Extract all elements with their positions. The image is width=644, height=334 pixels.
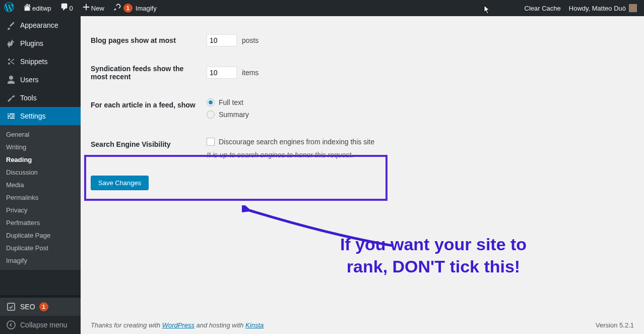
collapse-menu[interactable]: Collapse menu: [0, 316, 81, 334]
sidebar-item-settings[interactable]: Settings: [0, 107, 81, 125]
brush-icon: [6, 20, 16, 30]
wp-version: Version 5.2.1: [596, 321, 634, 329]
sev-checkbox-label: Discourage search engines from indexing …: [219, 138, 374, 146]
site-name: editwp: [32, 5, 51, 12]
menu-label: Snippets: [20, 58, 47, 66]
submenu-general[interactable]: General: [0, 128, 81, 141]
feed-items-unit: items: [242, 69, 259, 77]
annotation-text: If you want your site to rank, DON'T tic…: [312, 233, 554, 277]
feed-full-label: Full text: [219, 98, 243, 106]
submenu-privacy[interactable]: Privacy: [0, 204, 81, 216]
submenu-media[interactable]: Media: [0, 179, 81, 191]
menu-label: SEO: [20, 303, 35, 311]
blog-pages-unit: posts: [242, 36, 259, 44]
feed-items-label: Syndication feeds show the most recent: [91, 54, 202, 91]
collapse-icon: [6, 320, 16, 330]
imagify-link[interactable]: 1 Imagify: [108, 0, 161, 16]
sidebar-item-tools[interactable]: Tools: [0, 89, 81, 107]
settings-submenu: General Writing Reading Discussion Media…: [0, 125, 81, 270]
new-label: New: [91, 5, 104, 12]
user-icon: [6, 75, 16, 85]
comments-icon: [59, 3, 70, 14]
submenu-writing[interactable]: Writing: [0, 141, 81, 153]
menu-label: Tools: [20, 94, 37, 102]
feed-format-label: For each article in a feed, show: [91, 91, 202, 130]
feed-full-radio[interactable]: [207, 98, 215, 106]
sidebar-item-snippets[interactable]: Snippets: [0, 52, 81, 71]
admin-bar: editwp 0 New 1 Imagify Clear Cache Howdy…: [0, 0, 644, 16]
plus-icon: [81, 3, 91, 14]
footer-hosting: and hosting with: [195, 321, 245, 329]
blog-pages-input[interactable]: [207, 34, 237, 46]
seo-icon: [6, 302, 16, 312]
menu-label: Collapse menu: [20, 321, 67, 329]
svg-rect-0: [8, 303, 15, 310]
submenu-duplicate-post[interactable]: Duplicate Post: [0, 242, 81, 254]
comments-count: 0: [70, 5, 73, 12]
new-content-link[interactable]: New: [77, 0, 108, 16]
sliders-icon: [6, 111, 16, 121]
sidebar-item-plugins[interactable]: Plugins: [0, 34, 81, 52]
main-content: Blog pages show at most posts Syndicatio…: [81, 16, 644, 334]
submenu-imagify[interactable]: Imagify: [0, 254, 81, 267]
feed-items-input[interactable]: [207, 67, 237, 79]
menu-label: Appearance: [20, 21, 58, 29]
menu-label: Users: [20, 76, 39, 84]
site-name-link[interactable]: editwp: [18, 0, 55, 16]
menu-label: Plugins: [20, 39, 43, 47]
sev-checkbox[interactable]: [207, 138, 215, 146]
seo-badge: 1: [39, 302, 48, 311]
avatar-icon: [629, 4, 637, 12]
wrench-icon: [6, 93, 16, 103]
my-account-link[interactable]: Howdy, Matteo Duò: [565, 0, 644, 16]
sidebar-item-users[interactable]: Users: [0, 71, 81, 89]
feed-summary-radio[interactable]: [207, 110, 215, 119]
clear-cache-link[interactable]: Clear Cache: [521, 0, 565, 16]
admin-footer: Thanks for creating with WordPress and h…: [91, 321, 634, 329]
howdy-text: Howdy, Matteo Duò: [569, 5, 626, 12]
submenu-permalinks[interactable]: Permalinks: [0, 191, 81, 204]
scissors-icon: [6, 57, 16, 67]
submenu-discussion[interactable]: Discussion: [0, 166, 81, 179]
wordpress-link[interactable]: WordPress: [162, 321, 195, 329]
admin-sidebar: Appearance Plugins Snippets Users Tools …: [0, 16, 81, 334]
comments-link[interactable]: 0: [55, 0, 77, 16]
blog-pages-label: Blog pages show at most: [91, 26, 202, 54]
wordpress-icon: [4, 2, 14, 15]
annotation-highlight-box: [84, 155, 388, 201]
plugin-icon: [6, 38, 16, 48]
sidebar-item-appearance[interactable]: Appearance: [0, 16, 81, 34]
submenu-perfmatters[interactable]: Perfmatters: [0, 216, 81, 229]
svg-point-1: [7, 321, 15, 329]
sidebar-item-seo[interactable]: SEO 1: [0, 298, 81, 316]
submenu-duplicate-page[interactable]: Duplicate Page: [0, 229, 81, 242]
rocket-icon: [112, 3, 122, 14]
imagify-label: Imagify: [136, 5, 157, 12]
feed-summary-label: Summary: [219, 110, 249, 119]
footer-thanks: Thanks for creating with: [91, 321, 162, 329]
reading-settings-form: Blog pages show at most posts Syndicatio…: [91, 26, 379, 166]
home-icon: [22, 3, 32, 14]
menu-label: Settings: [20, 112, 46, 120]
imagify-badge: 1: [123, 4, 133, 13]
kinsta-link[interactable]: Kinsta: [245, 321, 264, 329]
submenu-reading[interactable]: Reading: [0, 153, 81, 166]
wp-logo[interactable]: [0, 0, 18, 16]
